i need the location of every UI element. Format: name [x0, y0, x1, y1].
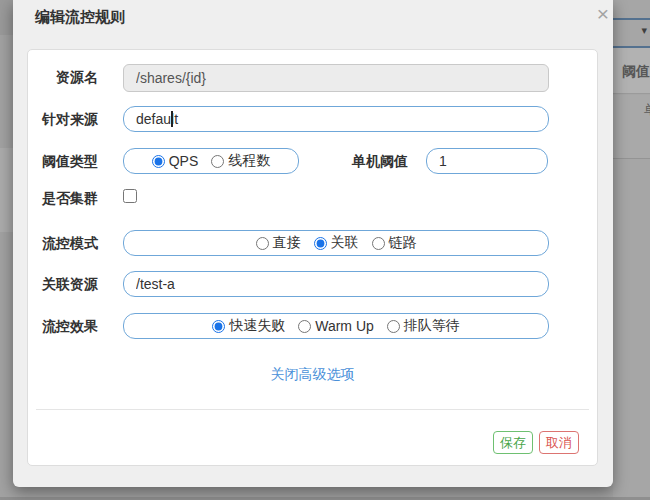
- background-fragment: [0, 148, 13, 232]
- text-cursor: [171, 111, 173, 127]
- dialog-title: 编辑流控规则: [35, 8, 125, 27]
- radio-option-direct[interactable]: 直接: [256, 234, 301, 252]
- radio-option-chain[interactable]: 链路: [372, 234, 417, 252]
- thread-radio[interactable]: [211, 155, 224, 168]
- warm-up-radio[interactable]: [298, 320, 311, 333]
- ref-resource-input[interactable]: [123, 271, 549, 297]
- count-label: 单机阈值: [338, 151, 408, 171]
- limit-app-input[interactable]: [123, 106, 549, 132]
- background-table-header: 阈值: [613, 48, 650, 94]
- grade-label: 阈值类型: [28, 151, 98, 171]
- cluster-checkbox[interactable]: [123, 189, 137, 203]
- radio-option-fast-fail[interactable]: 快速失败: [212, 317, 285, 335]
- ref-resource-label: 关联资源: [28, 274, 98, 294]
- edit-flow-rule-dialog: 编辑流控规则 × 资源名 针对来源 阈值类型 QPS 线程数: [13, 0, 613, 487]
- qps-radio[interactable]: [152, 155, 165, 168]
- background-select-border: [613, 18, 650, 20]
- grade-radio-group: QPS 线程数: [123, 148, 299, 174]
- resource-name-label: 资源名: [28, 67, 98, 87]
- resource-name-input: [123, 64, 549, 92]
- background-fragment: [0, 0, 13, 35]
- close-advanced-options-link[interactable]: 关闭高级选项: [28, 366, 597, 384]
- background-page-strip: ▾ 阈值 单: [613, 0, 650, 500]
- fast-fail-radio[interactable]: [212, 320, 225, 333]
- dropdown-caret-icon: ▾: [641, 24, 647, 37]
- radio-option-qps[interactable]: QPS: [152, 153, 199, 169]
- chain-radio[interactable]: [372, 237, 385, 250]
- save-button[interactable]: 保存: [493, 431, 533, 454]
- cancel-button[interactable]: 取消: [539, 431, 579, 454]
- dialog-form-panel: 资源名 针对来源 阈值类型 QPS 线程数 单机阈值 是否集群: [27, 49, 598, 466]
- screen: ▾ 阈值 单 编辑流控规则 × 资源名 针对来源 阈值类型 QPS: [0, 0, 650, 500]
- close-icon[interactable]: ×: [591, 2, 615, 26]
- queue-wait-radio[interactable]: [387, 320, 400, 333]
- radio-option-queue-wait[interactable]: 排队等待: [387, 317, 460, 335]
- related-radio[interactable]: [314, 237, 327, 250]
- background-table-row: 单: [613, 95, 650, 159]
- limit-app-label: 针对来源: [28, 109, 98, 129]
- radio-option-thread[interactable]: 线程数: [211, 152, 270, 170]
- strategy-radio-group: 直接 关联 链路: [123, 230, 549, 256]
- behavior-radio-group: 快速失败 Warm Up 排队等待: [123, 313, 549, 339]
- behavior-label: 流控效果: [28, 316, 98, 336]
- cluster-label: 是否集群: [28, 188, 98, 208]
- count-input[interactable]: [426, 148, 548, 174]
- radio-option-warm-up[interactable]: Warm Up: [298, 318, 374, 334]
- strategy-label: 流控模式: [28, 233, 98, 253]
- footer-divider: [36, 409, 589, 410]
- direct-radio[interactable]: [256, 237, 269, 250]
- radio-option-related[interactable]: 关联: [314, 234, 359, 252]
